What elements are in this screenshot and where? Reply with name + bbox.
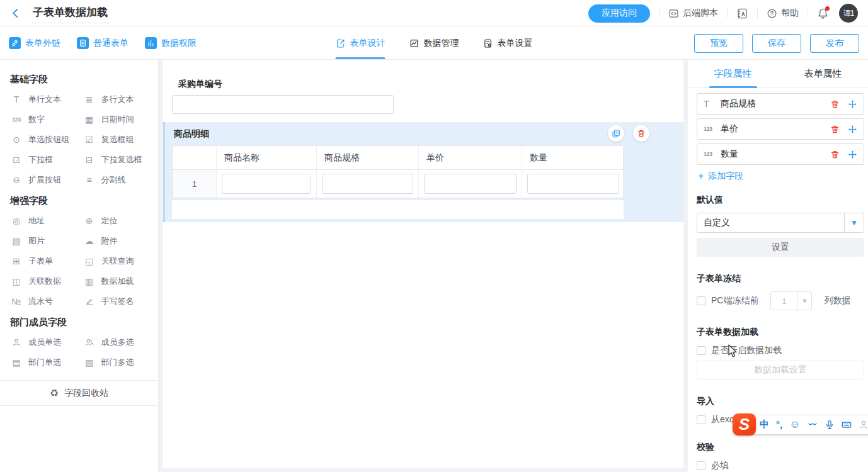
- palette-item[interactable]: ▦ 日期时间: [79, 110, 152, 130]
- backend-script-button[interactable]: 后端脚本: [668, 8, 718, 19]
- freeze-count-value: 1: [771, 292, 797, 310]
- palette-item[interactable]: T 单行文本: [6, 89, 79, 110]
- move-field-icon[interactable]: [848, 150, 857, 159]
- delete-field-icon[interactable]: [830, 150, 840, 159]
- tab-field-properties[interactable]: 字段属性: [688, 60, 778, 87]
- palette-item[interactable]: ◎ 地址: [6, 211, 79, 231]
- field-palette-sidebar: 基础字段 T 单行文本 ≣ 多行文本 123 数字 ▦ 日期时间 ⊙ 单选按钮组: [0, 60, 159, 472]
- property-panel: 字段属性 表单属性 T 商品规格 123 单价: [688, 60, 868, 472]
- back-button[interactable]: [10, 8, 21, 19]
- palette-item[interactable]: ▧ 图片: [6, 231, 79, 251]
- sogou-logo[interactable]: S: [733, 413, 756, 435]
- toolbar-tab[interactable]: 数据管理: [409, 27, 459, 59]
- preview-button[interactable]: 预览: [694, 34, 743, 53]
- field-type-icon: №: [10, 296, 23, 306]
- subform-column-header[interactable]: 商品名称: [217, 146, 317, 170]
- recycle-icon: ♻: [50, 387, 59, 399]
- palette-item[interactable]: ▥ 数据加载: [79, 271, 152, 291]
- subform-cell-input[interactable]: [222, 174, 311, 194]
- palette-item[interactable]: ◫ 关联数据: [6, 271, 79, 291]
- palette-item[interactable]: ⊞ 子表单: [6, 251, 79, 271]
- trash-icon: [637, 129, 646, 138]
- app-access-button[interactable]: 应用访问: [588, 4, 650, 23]
- subform-column-header[interactable]: 商品规格: [317, 146, 419, 170]
- ime-emoji-icon[interactable]: ☺: [789, 419, 800, 431]
- toolbar-link[interactable]: 表单外链: [9, 37, 60, 49]
- user-avatar[interactable]: 谭1: [839, 4, 858, 23]
- toolbar-tab[interactable]: 表单设置: [483, 27, 533, 59]
- text-input[interactable]: [172, 95, 394, 114]
- ime-kaomoji-icon[interactable]: [808, 420, 818, 430]
- subform-cell: [317, 170, 419, 198]
- delete-field-icon[interactable]: [830, 99, 840, 109]
- delete-field-button[interactable]: [633, 125, 649, 142]
- palette-item[interactable]: ☑ 复选框组: [79, 130, 152, 150]
- subform-column-header[interactable]: 单价: [419, 146, 522, 170]
- palette-item[interactable]: ⊡ 下拉框: [6, 150, 79, 170]
- palette-item[interactable]: № 流水号: [6, 291, 79, 312]
- palette-item[interactable]: ⊕ 定位: [79, 211, 152, 231]
- copy-field-button[interactable]: [608, 125, 624, 142]
- delete-field-icon[interactable]: [830, 125, 840, 134]
- palette-item[interactable]: ⊖ 扩展按钮: [6, 170, 79, 190]
- help-button[interactable]: 帮助: [767, 8, 799, 19]
- toolbar-link-label: 表单外链: [25, 38, 60, 49]
- palette-item[interactable]: ≣ 多行文本: [79, 89, 152, 110]
- palette-item[interactable]: ≡ 分割线: [79, 170, 152, 190]
- publish-button[interactable]: 发布: [810, 34, 859, 53]
- palette-item[interactable]: ⊟ 下拉复选框: [79, 150, 152, 170]
- palette-item[interactable]: ⊙ 单选按钮组: [6, 130, 79, 150]
- palette-item-label: 复选框组: [101, 134, 134, 145]
- tab-form-properties[interactable]: 表单属性: [778, 60, 868, 87]
- palette-item-label: 下拉框: [28, 154, 53, 166]
- palette-item[interactable]: 123 数字: [6, 110, 79, 130]
- subform-cell-input[interactable]: [424, 174, 517, 194]
- palette-item[interactable]: ▨ 部门多选: [79, 352, 152, 373]
- add-field-button[interactable]: + 添加字段: [698, 171, 864, 182]
- palette-item[interactable]: ☁ 附件: [79, 231, 152, 251]
- field-type-icon: 123: [704, 151, 721, 157]
- default-value-settings-button[interactable]: 设置: [697, 238, 864, 257]
- subform-field-item[interactable]: 123 单价: [697, 118, 864, 140]
- notification-dot: [825, 6, 830, 11]
- palette-item[interactable]: ◱ 关联查询: [79, 251, 152, 271]
- toolbar-link[interactable]: 普通表单: [77, 37, 128, 49]
- ime-keyboard-icon[interactable]: [842, 420, 852, 430]
- freeze-checkbox[interactable]: [697, 296, 705, 305]
- code-icon: [668, 8, 679, 19]
- subform-field-list: T 商品规格 123 单价 123: [697, 93, 864, 165]
- ime-account-icon[interactable]: [859, 420, 868, 430]
- ime-punctuation-icon[interactable]: °,: [776, 419, 782, 430]
- palette-item[interactable]: 成员多选: [79, 332, 152, 352]
- subform-column-header[interactable]: 数量: [522, 146, 624, 170]
- subform-field-item[interactable]: T 商品规格: [697, 93, 864, 115]
- save-button[interactable]: 保存: [752, 34, 801, 53]
- move-field-icon[interactable]: [848, 125, 857, 134]
- subform-field-selected[interactable]: 商品明细 商品名称商品规格单价数量 1: [163, 122, 683, 222]
- toolbar-tab[interactable]: 表单设计: [336, 27, 385, 59]
- field-recycle-bin[interactable]: ♻ 字段回收站: [0, 380, 158, 406]
- page-title[interactable]: 子表单数据加载: [31, 4, 109, 23]
- palette-item[interactable]: 手写签名: [79, 291, 152, 312]
- subform-cell-input[interactable]: [527, 174, 619, 194]
- move-field-icon[interactable]: [848, 99, 857, 109]
- field-purchase-no[interactable]: 采购单编号: [163, 79, 683, 114]
- notification-bell-button[interactable]: [817, 8, 829, 20]
- toolbar-link[interactable]: 数据权限: [145, 37, 197, 49]
- palette-item[interactable]: ▤ 部门单选: [6, 352, 79, 373]
- default-value-select[interactable]: 自定义 ▼: [697, 213, 864, 233]
- import-checkbox[interactable]: [697, 415, 705, 424]
- address-book-button[interactable]: [736, 8, 748, 20]
- dataload-settings-button[interactable]: 数据加载设置: [697, 361, 864, 379]
- palette-item[interactable]: 成员单选: [6, 332, 79, 352]
- freeze-column-count-select[interactable]: 1 ▼: [770, 291, 812, 310]
- subform-field-item[interactable]: 123 数量: [697, 143, 864, 165]
- subform-cell-input[interactable]: [322, 174, 413, 194]
- palette-item-label: 部门多选: [101, 357, 134, 368]
- palette-item-label: 数据加载: [101, 276, 134, 287]
- dataload-checkbox[interactable]: [697, 346, 705, 355]
- palette-item-label: 地址: [28, 215, 45, 227]
- ime-voice-icon[interactable]: [825, 420, 835, 430]
- ime-chinese-mode-icon[interactable]: 中: [760, 419, 769, 430]
- required-checkbox[interactable]: [697, 461, 705, 470]
